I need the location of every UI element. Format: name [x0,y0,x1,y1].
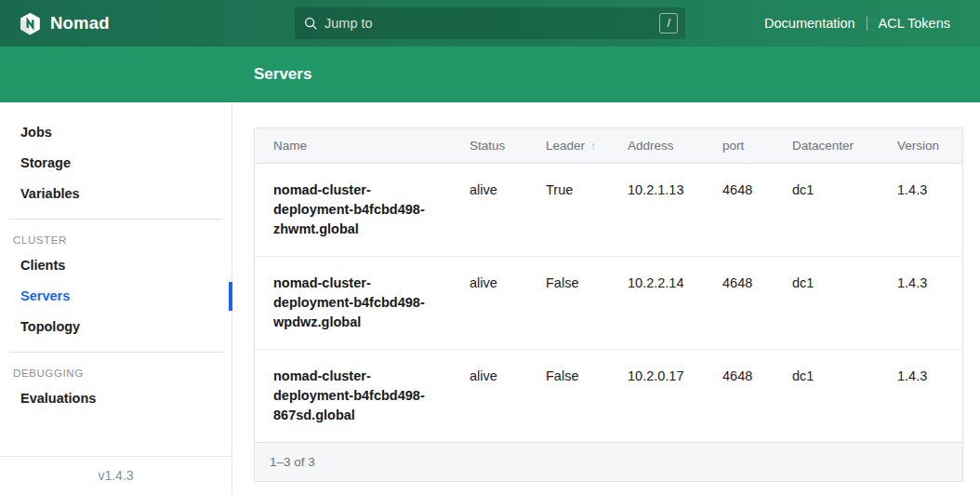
search-icon [304,17,318,31]
search-input[interactable] [324,16,659,31]
sidebar-item-jobs[interactable]: Jobs [0,117,232,148]
active-indicator-bar [229,282,232,311]
column-header-datacenter[interactable]: Datacenter [774,128,879,164]
column-header-address[interactable]: Address [609,128,704,164]
cell-datacenter: dc1 [774,257,879,350]
table-row[interactable]: nomad-cluster-deployment-b4fcbd498-wpdwz… [255,257,962,350]
sidebar-item-topology[interactable]: Topology [0,312,232,342]
column-header-version[interactable]: Version [879,128,962,164]
jump-to-search[interactable]: / [295,7,685,39]
cell-leader: False [527,350,609,443]
table-row[interactable]: nomad-cluster-deployment-b4fcbd498-867sd… [255,350,962,443]
cell-server-name: nomad-cluster-deployment-b4fcbd498-867sd… [255,350,451,443]
sidebar-item-servers[interactable]: Servers [0,281,232,312]
column-header-status[interactable]: Status [451,128,527,164]
column-header-port[interactable]: port [704,128,774,164]
sidebar: Jobs Storage Variables CLUSTER Clients S… [0,102,232,495]
sidebar-divider [9,352,222,353]
sort-ascending-icon: ↑ [590,140,596,153]
sidebar-version: v1.4.3 [0,456,232,495]
cell-port: 4648 [704,350,774,443]
sidebar-item-variables[interactable]: Variables [0,179,232,209]
cell-datacenter: dc1 [774,164,879,257]
cell-server-name: nomad-cluster-deployment-b4fcbd498-zhwmt… [255,164,451,257]
cell-port: 4648 [704,164,774,257]
sidebar-item-clients[interactable]: Clients [0,250,232,281]
sidebar-divider [9,219,222,220]
nav-link-documentation[interactable]: Documentation [753,16,867,31]
pagination-summary: 1–3 of 3 [255,442,962,481]
cell-address: 10.2.1.13 [609,164,704,257]
cell-leader: False [527,257,609,350]
cell-port: 4648 [704,257,774,350]
sidebar-item-storage[interactable]: Storage [0,148,232,179]
cell-server-name: nomad-cluster-deployment-b4fcbd498-wpdwz… [255,257,451,350]
top-navbar: Nomad / Documentation ACL Tokens [0,0,980,47]
main-content: Name Status Leader↑ Address port Datacen… [232,102,980,495]
sidebar-section-label-debugging: DEBUGGING [0,362,232,383]
cell-status: alive [451,164,527,257]
sidebar-item-label: Servers [20,288,70,303]
cell-address: 10.2.2.14 [609,257,704,350]
column-header-leader[interactable]: Leader↑ [527,128,609,164]
servers-table: Name Status Leader↑ Address port Datacen… [254,127,963,482]
cell-datacenter: dc1 [774,350,879,443]
cell-leader: True [527,164,609,257]
column-header-label: Leader [546,139,585,153]
cell-status: alive [451,350,527,443]
brand-name: Nomad [50,13,110,33]
table-row[interactable]: nomad-cluster-deployment-b4fcbd498-zhwmt… [255,164,962,257]
page-title: Servers [254,65,311,84]
nomad-logo-icon [19,12,42,35]
cell-status: alive [451,257,527,350]
cell-version: 1.4.3 [879,350,962,443]
column-header-name[interactable]: Name [255,128,451,164]
nomad-brand-link[interactable]: Nomad [19,12,110,35]
nav-link-acl-tokens[interactable]: ACL Tokens [867,16,961,31]
table-header-row: Name Status Leader↑ Address port Datacen… [255,128,962,164]
cell-version: 1.4.3 [879,164,962,257]
cell-address: 10.2.0.17 [609,350,704,443]
sidebar-section-label-cluster: CLUSTER [0,229,232,250]
cell-version: 1.4.3 [879,257,962,350]
shortcut-key-badge: / [659,13,678,33]
page-header: Servers [0,47,980,102]
sidebar-item-evaluations[interactable]: Evaluations [0,383,232,414]
